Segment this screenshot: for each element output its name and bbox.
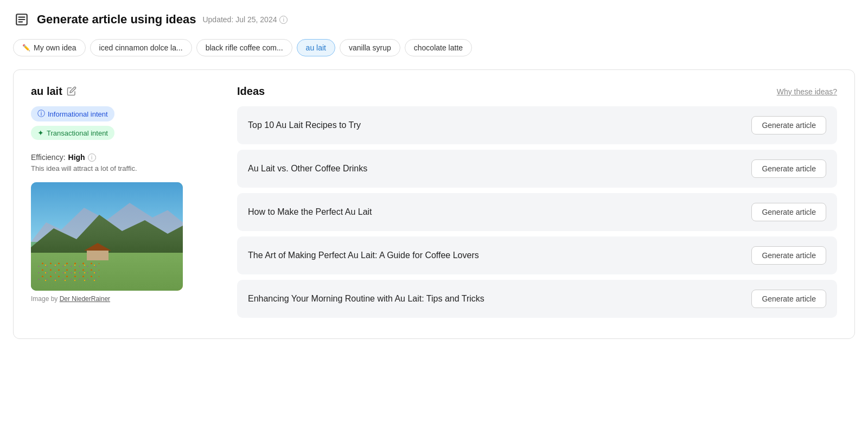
generate-article-button-1[interactable]: Generate article <box>751 116 826 134</box>
transactional-intent-badge: ✦ Transactional intent <box>31 126 114 140</box>
why-these-ideas-link[interactable]: Why these ideas? <box>777 87 837 96</box>
idea-text-5: Enhancing Your Morning Routine with Au L… <box>248 294 484 304</box>
tab-vanilla-syrup[interactable]: vanilla syrup <box>340 39 400 56</box>
page-title: Generate article using ideas <box>37 12 196 27</box>
idea-row-3: How to Make the Perfect Au Lait Generate… <box>237 193 837 231</box>
idea-row-1: Top 10 Au Lait Recipes to Try Generate a… <box>237 106 837 144</box>
tab-au-lait[interactable]: au lait <box>297 39 335 56</box>
pencil-icon: ✏️ <box>22 44 30 52</box>
image-credit-link[interactable]: Der NiederRainer <box>60 295 110 303</box>
tab-black-rifle[interactable]: black rifle coffee com... <box>196 39 292 56</box>
right-panel: Ideas Why these ideas? Top 10 Au Lait Re… <box>237 85 837 323</box>
idea-row-5: Enhancing Your Morning Routine with Au L… <box>237 280 837 318</box>
info-icon[interactable]: i <box>279 16 288 24</box>
keyword-image <box>31 182 183 291</box>
generate-article-button-3[interactable]: Generate article <box>751 203 826 221</box>
informational-intent-badge: ⓘ Informational intent <box>31 106 114 121</box>
informational-icon: ⓘ <box>37 109 45 119</box>
tabs-row: ✏️ My own idea iced cinnamon dolce la...… <box>13 39 855 56</box>
idea-row-2: Au Lait vs. Other Coffee Drinks Generate… <box>237 150 837 188</box>
tab-my-own-idea[interactable]: ✏️ My own idea <box>13 39 86 56</box>
idea-text-1: Top 10 Au Lait Recipes to Try <box>248 120 361 130</box>
ideas-header: Ideas Why these ideas? <box>237 85 837 98</box>
efficiency-row: Efficiency: High i <box>31 153 215 162</box>
main-card: au lait ⓘ Informational intent ✦ Transac… <box>13 69 855 339</box>
left-panel: au lait ⓘ Informational intent ✦ Transac… <box>31 85 215 323</box>
tab-chocolate-latte[interactable]: chocolate latte <box>405 39 472 56</box>
idea-row-4: The Art of Making Perfect Au Lait: A Gui… <box>237 236 837 274</box>
document-icon <box>13 11 30 28</box>
efficiency-description: This idea will attract a lot of traffic. <box>31 164 215 172</box>
ideas-title: Ideas <box>237 85 265 98</box>
transactional-icon: ✦ <box>37 129 44 137</box>
updated-text: Updated: Jul 25, 2024 i <box>202 15 288 24</box>
idea-text-4: The Art of Making Perfect Au Lait: A Gui… <box>248 251 479 260</box>
generate-article-button-4[interactable]: Generate article <box>751 246 826 265</box>
edit-icon[interactable] <box>67 86 78 97</box>
generate-article-button-2[interactable]: Generate article <box>751 159 826 178</box>
generate-article-button-5[interactable]: Generate article <box>751 290 826 308</box>
idea-text-2: Au Lait vs. Other Coffee Drinks <box>248 164 367 174</box>
keyword-title: au lait <box>31 85 215 98</box>
page-header: Generate article using ideas Updated: Ju… <box>13 11 855 28</box>
image-credit: Image by Der NiederRainer <box>31 295 215 303</box>
efficiency-info-icon[interactable]: i <box>88 153 96 162</box>
tab-iced-cinnamon[interactable]: iced cinnamon dolce la... <box>90 39 192 56</box>
idea-text-3: How to Make the Perfect Au Lait <box>248 207 372 217</box>
